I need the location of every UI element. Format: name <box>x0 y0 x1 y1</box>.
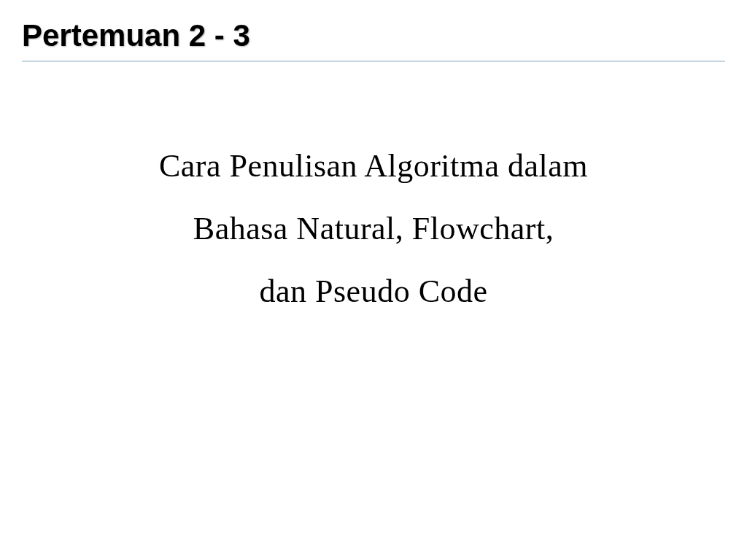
slide-content: Cara Penulisan Algoritma dalam Bahasa Na… <box>22 135 725 322</box>
body-line-3: dan Pseudo Code <box>22 260 725 323</box>
body-line-1: Cara Penulisan Algoritma dalam <box>22 135 725 198</box>
slide-title: Pertemuan 2 - 3 <box>22 18 725 62</box>
slide-container: Pertemuan 2 - 3 Cara Penulisan Algoritma… <box>0 0 747 560</box>
body-line-2: Bahasa Natural, Flowchart, <box>22 198 725 260</box>
